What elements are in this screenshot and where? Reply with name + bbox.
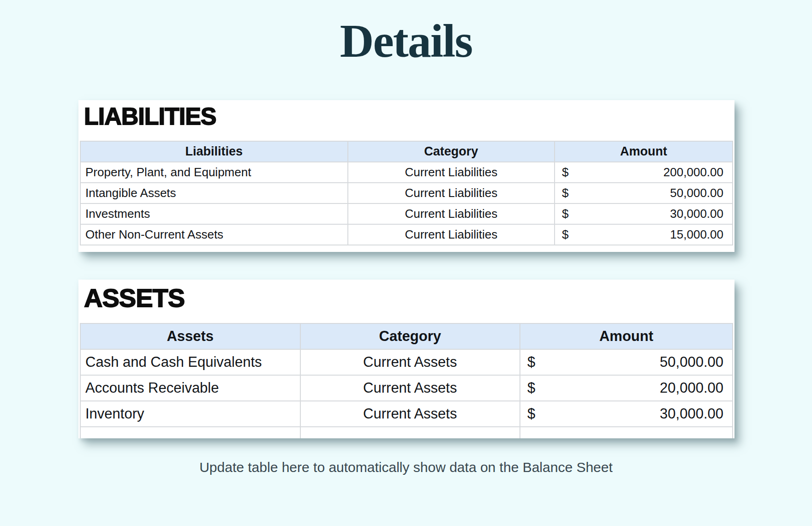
liability-name-cell[interactable]: Other Non-Current Assets [80,224,348,245]
liability-name-cell[interactable]: Property, Plant, and Equipment [80,162,348,183]
category-cell[interactable]: Current Assets [300,349,520,375]
currency-symbol: $ [562,227,568,242]
footer-note: Update table here to automatically show … [0,460,812,475]
amount-cell[interactable] [520,427,733,438]
liabilities-section-heading: LIABILITIES [84,103,734,131]
category-cell[interactable]: Current Liabilities [348,162,555,183]
amount-cell[interactable]: $200,000.00 [555,162,733,183]
table-row: Intangible AssetsCurrent Liabilities$50,… [80,183,733,203]
amount-value: 30,000.00 [555,207,732,221]
assets-section-heading: ASSETS [84,283,734,313]
amount-value: 30,000.00 [521,406,732,422]
assets-table: Assets Category Amount Cash and Cash Equ… [80,323,733,438]
liability-name-cell[interactable]: Intangible Assets [80,183,348,203]
table-row: InvestmentsCurrent Liabilities$30,000.00 [80,203,733,224]
table-row: Other Non-Current AssetsCurrent Liabilit… [80,224,733,245]
amount-value: 15,000.00 [555,227,732,242]
category-cell[interactable]: Current Liabilities [348,224,555,245]
currency-symbol: $ [527,406,535,422]
amount-cell[interactable]: $30,000.00 [555,203,733,224]
column-header-liabilities[interactable]: Liabilities [80,141,348,162]
amount-cell[interactable]: $15,000.00 [555,224,733,245]
column-header-amount[interactable]: Amount [520,323,733,349]
table-row: InventoryCurrent Assets$30,000.00 [80,401,733,427]
category-cell[interactable]: Current Liabilities [348,203,555,224]
amount-value: 50,000.00 [521,354,732,371]
currency-symbol: $ [562,186,568,200]
currency-symbol: $ [527,380,535,396]
amount-value: 20,000.00 [521,380,732,396]
liability-name-cell[interactable]: Investments [80,203,348,224]
assets-panel: ASSETS Assets Category Amount Cash and C… [78,280,734,438]
liabilities-table: Liabilities Category Amount Property, Pl… [80,141,733,245]
asset-name-cell[interactable] [80,427,300,438]
asset-name-cell[interactable]: Inventory [80,401,300,427]
table-row: Cash and Cash EquivalentsCurrent Assets$… [80,349,733,375]
amount-cell[interactable]: $50,000.00 [520,349,733,375]
amount-cell[interactable]: $50,000.00 [555,183,733,203]
category-cell[interactable]: Current Assets [300,401,520,427]
category-cell[interactable]: Current Assets [300,375,520,401]
currency-symbol: $ [562,207,568,221]
amount-cell[interactable]: $20,000.00 [520,375,733,401]
page-title: Details [0,14,812,68]
asset-name-cell[interactable]: Accounts Receivable [80,375,300,401]
column-header-category[interactable]: Category [300,323,520,349]
amount-cell[interactable]: $30,000.00 [520,401,733,427]
table-row: Accounts ReceivableCurrent Assets$20,000… [80,375,733,401]
table-header-row: Liabilities Category Amount [80,141,733,162]
liabilities-panel: LIABILITIES Liabilities Category Amount … [78,100,734,252]
table-row [80,427,733,438]
column-header-assets[interactable]: Assets [80,323,300,349]
amount-value: 200,000.00 [555,165,732,179]
table-header-row: Assets Category Amount [80,323,733,349]
table-row: Property, Plant, and EquipmentCurrent Li… [80,162,733,183]
column-header-amount[interactable]: Amount [555,141,733,162]
currency-symbol: $ [562,165,568,179]
asset-name-cell[interactable]: Cash and Cash Equivalents [80,349,300,375]
category-cell[interactable] [300,427,520,438]
currency-symbol: $ [527,354,535,371]
amount-value: 50,000.00 [555,186,732,200]
category-cell[interactable]: Current Liabilities [348,183,555,203]
column-header-category[interactable]: Category [348,141,555,162]
